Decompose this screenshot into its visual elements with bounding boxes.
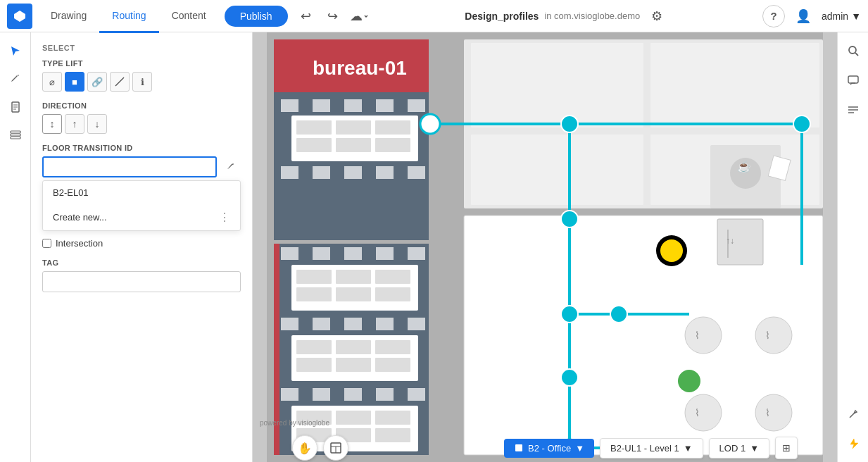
intersection-label[interactable]: Intersection (56, 238, 103, 249)
direction-group: ↕ ↑ ↓ (42, 114, 241, 134)
svg-point-98 (561, 306, 578, 323)
svg-rect-48 (408, 318, 425, 330)
svg-rect-41 (296, 287, 332, 301)
svg-text:⌇: ⌇ (765, 407, 770, 418)
tab-routing[interactable]: Routing (99, 1, 158, 33)
undo-button[interactable]: ↩ (295, 5, 317, 27)
bottom-left: ✋ (292, 435, 348, 461)
svg-rect-110 (515, 444, 522, 451)
svg-rect-34 (344, 247, 362, 260)
intersection-row: Intersection (42, 238, 241, 249)
svg-text:↑↓: ↑↓ (726, 236, 734, 246)
document-settings-button[interactable]: ⚙ (646, 5, 668, 27)
svg-point-81 (685, 317, 722, 354)
section-title: SELECT (42, 44, 241, 52)
wrench-icon[interactable] (841, 401, 866, 427)
level-selector-button[interactable]: B2-UL1 - Level 1 ▼ (600, 438, 703, 458)
dropdown-item-create-new[interactable]: Create new... ⋮ (43, 204, 240, 230)
fullscreen-button[interactable]: ⊞ (775, 437, 798, 459)
svg-rect-50 (296, 340, 332, 354)
svg-rect-27 (344, 166, 362, 179)
document-tool-icon[interactable] (3, 94, 28, 120)
svg-rect-55 (375, 358, 410, 372)
cursor-tool-icon[interactable] (3, 38, 28, 63)
svg-text:☕: ☕ (737, 160, 751, 173)
svg-rect-70 (650, 43, 819, 127)
floor-plan-button[interactable] (323, 435, 348, 461)
lightning-icon[interactable] (841, 431, 866, 456)
svg-rect-42 (336, 287, 371, 301)
svg-text:⌇: ⌇ (765, 330, 770, 341)
floor-edit-button[interactable] (221, 157, 241, 177)
svg-line-112 (855, 53, 858, 56)
floor-selector-label: B2 - Office (528, 443, 571, 454)
search-icon[interactable] (841, 38, 866, 63)
svg-rect-54 (336, 358, 371, 372)
user-icon: 👤 (792, 5, 814, 27)
svg-rect-44 (281, 318, 298, 330)
svg-rect-63 (336, 411, 371, 425)
svg-rect-16 (376, 99, 394, 112)
type-info-btn[interactable]: ℹ (132, 72, 152, 92)
redo-button[interactable]: ↪ (322, 5, 344, 27)
direction-up-btn[interactable]: ↑ (65, 114, 84, 134)
pencil-tool-icon[interactable] (3, 66, 28, 92)
svg-text:⌇: ⌇ (695, 407, 700, 418)
level-selector-label: B2-UL1 - Level 1 (610, 443, 679, 454)
map-area[interactable]: bureau-01 (253, 32, 837, 462)
chat-icon[interactable] (841, 68, 866, 93)
type-link-btn[interactable]: 🔗 (87, 72, 107, 92)
svg-rect-21 (375, 120, 410, 135)
svg-rect-57 (313, 388, 330, 401)
admin-button[interactable]: admin ▼ (822, 11, 861, 22)
intersection-checkbox[interactable] (42, 239, 51, 248)
dropdown-item-b2el01-label: B2-EL01 (53, 187, 89, 198)
help-button[interactable]: ? (762, 5, 785, 27)
svg-point-103 (420, 114, 440, 134)
svg-rect-5 (11, 134, 20, 136)
svg-rect-71 (471, 135, 643, 205)
svg-rect-38 (296, 270, 332, 284)
svg-rect-13 (281, 99, 298, 112)
svg-rect-36 (408, 247, 425, 260)
tab-drawing[interactable]: Drawing (38, 1, 99, 33)
svg-line-8 (115, 77, 124, 86)
floor-transition-input[interactable] (42, 156, 217, 177)
tag-input[interactable] (42, 271, 241, 292)
svg-rect-32 (281, 247, 298, 260)
svg-point-100 (561, 369, 578, 386)
layers-tool-icon[interactable] (3, 123, 28, 148)
dropdown-item-b2el01[interactable]: B2-EL01 (43, 181, 240, 204)
svg-rect-43 (375, 287, 410, 301)
svg-point-97 (561, 211, 578, 227)
svg-rect-52 (375, 340, 410, 354)
type-line-btn[interactable] (110, 72, 130, 92)
dropdown-item-create-new-label: Create new... (53, 212, 107, 223)
lod-selector-button[interactable]: LOD 1 ▼ (709, 438, 769, 458)
left-panel (0, 32, 31, 462)
svg-rect-24 (375, 138, 410, 152)
svg-point-96 (793, 116, 810, 132)
publish-button[interactable]: Publish (225, 6, 288, 27)
admin-chevron-icon: ▼ (851, 11, 861, 22)
type-lift-label: TYPE LIFT (42, 59, 241, 68)
cloud-button[interactable]: ☁ (348, 5, 371, 27)
svg-rect-47 (376, 318, 394, 330)
svg-point-87 (755, 394, 792, 431)
tag-label: TAG (42, 258, 241, 267)
toolbar-right: ? 👤 admin ▼ (762, 5, 861, 27)
floor-selector-button[interactable]: B2 - Office ▼ (504, 439, 594, 458)
tab-content[interactable]: Content (159, 1, 219, 33)
direction-both-btn[interactable]: ↕ (42, 114, 62, 134)
list-icon[interactable] (841, 97, 866, 123)
svg-rect-25 (281, 166, 298, 179)
type-none-btn[interactable]: ⌀ (42, 72, 62, 92)
lod-selector-label: LOD 1 (719, 443, 746, 454)
svg-rect-15 (344, 99, 362, 112)
type-lift-btn[interactable]: ■ (65, 72, 84, 92)
bottom-right: B2 - Office ▼ B2-UL1 - Level 1 ▼ LOD 1 ▼… (504, 437, 798, 459)
svg-point-95 (561, 116, 578, 132)
pan-tool-button[interactable]: ✋ (292, 435, 317, 461)
toolbar-tabs: Drawing Routing Content (38, 0, 219, 32)
direction-down-btn[interactable]: ↓ (87, 114, 107, 134)
